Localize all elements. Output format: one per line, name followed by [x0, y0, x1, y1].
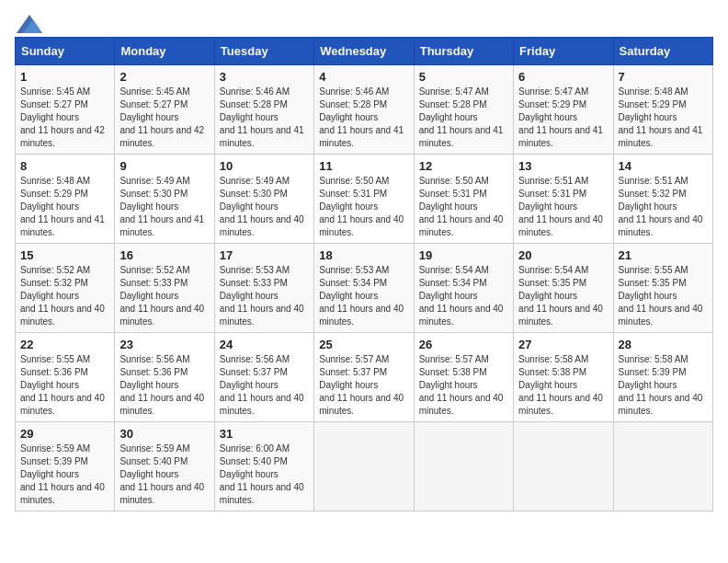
day-number: 6 — [518, 70, 608, 84]
day-content: Sunrise: 5:45 AMSunset: 5:27 PMDaylight … — [20, 86, 105, 148]
day-number: 18 — [319, 248, 408, 262]
day-number: 11 — [319, 159, 408, 173]
day-number: 26 — [419, 338, 508, 351]
calendar-cell: 8Sunrise: 5:48 AMSunset: 5:29 PMDaylight… — [16, 155, 115, 244]
calendar-cell: 29Sunrise: 5:59 AMSunset: 5:39 PMDayligh… — [16, 422, 115, 511]
calendar-week-row: 22Sunrise: 5:55 AMSunset: 5:36 PMDayligh… — [16, 333, 713, 422]
day-number: 29 — [20, 427, 109, 441]
day-number: 19 — [419, 248, 508, 262]
day-content: Sunrise: 5:53 AMSunset: 5:33 PMDaylight … — [220, 265, 304, 327]
calendar-cell: 1Sunrise: 5:45 AMSunset: 5:27 PMDaylight… — [16, 65, 115, 155]
day-content: Sunrise: 5:59 AMSunset: 5:39 PMDaylight … — [20, 443, 105, 505]
day-number: 8 — [20, 159, 109, 173]
calendar-cell: 18Sunrise: 5:53 AMSunset: 5:34 PMDayligh… — [314, 244, 414, 333]
day-number: 1 — [20, 70, 109, 84]
calendar-cell: 16Sunrise: 5:52 AMSunset: 5:33 PMDayligh… — [115, 244, 214, 333]
day-number: 21 — [619, 248, 708, 262]
day-number: 9 — [119, 159, 209, 173]
calendar-cell: 6Sunrise: 5:47 AMSunset: 5:29 PMDaylight… — [514, 65, 613, 155]
day-number: 27 — [518, 338, 608, 351]
calendar-cell — [514, 422, 613, 511]
calendar-cell: 31Sunrise: 6:00 AMSunset: 5:40 PMDayligh… — [214, 422, 313, 511]
day-content: Sunrise: 5:55 AMSunset: 5:36 PMDaylight … — [20, 354, 105, 416]
day-number: 10 — [220, 159, 309, 173]
calendar-cell: 17Sunrise: 5:53 AMSunset: 5:33 PMDayligh… — [214, 244, 313, 333]
day-number: 5 — [419, 70, 508, 84]
day-content: Sunrise: 5:59 AMSunset: 5:40 PMDaylight … — [119, 443, 204, 505]
day-number: 13 — [518, 159, 608, 173]
day-content: Sunrise: 5:54 AMSunset: 5:34 PMDaylight … — [419, 265, 504, 327]
calendar-header-row: SundayMondayTuesdayWednesdayThursdayFrid… — [16, 38, 713, 65]
day-content: Sunrise: 5:57 AMSunset: 5:38 PMDaylight … — [419, 354, 504, 416]
day-content: Sunrise: 5:53 AMSunset: 5:34 PMDaylight … — [319, 265, 404, 327]
calendar-cell: 13Sunrise: 5:51 AMSunset: 5:31 PMDayligh… — [514, 155, 613, 244]
calendar-cell: 22Sunrise: 5:55 AMSunset: 5:36 PMDayligh… — [16, 333, 115, 422]
day-number: 15 — [20, 248, 109, 262]
day-number: 2 — [119, 70, 209, 84]
day-content: Sunrise: 6:00 AMSunset: 5:40 PMDaylight … — [220, 443, 304, 505]
calendar-week-row: 1Sunrise: 5:45 AMSunset: 5:27 PMDaylight… — [16, 65, 713, 155]
day-content: Sunrise: 5:52 AMSunset: 5:33 PMDaylight … — [119, 265, 204, 327]
day-content: Sunrise: 5:47 AMSunset: 5:29 PMDaylight … — [518, 86, 603, 148]
calendar-cell: 23Sunrise: 5:56 AMSunset: 5:36 PMDayligh… — [115, 333, 214, 422]
day-content: Sunrise: 5:58 AMSunset: 5:38 PMDaylight … — [518, 354, 603, 416]
day-content: Sunrise: 5:56 AMSunset: 5:36 PMDaylight … — [119, 354, 204, 416]
calendar-cell: 28Sunrise: 5:58 AMSunset: 5:39 PMDayligh… — [613, 333, 712, 422]
calendar-cell: 26Sunrise: 5:57 AMSunset: 5:38 PMDayligh… — [414, 333, 513, 422]
calendar-week-row: 15Sunrise: 5:52 AMSunset: 5:32 PMDayligh… — [16, 244, 713, 333]
calendar-cell: 27Sunrise: 5:58 AMSunset: 5:38 PMDayligh… — [514, 333, 613, 422]
calendar-cell: 3Sunrise: 5:46 AMSunset: 5:28 PMDaylight… — [214, 65, 313, 155]
day-content: Sunrise: 5:51 AMSunset: 5:31 PMDaylight … — [518, 176, 603, 237]
day-content: Sunrise: 5:51 AMSunset: 5:32 PMDaylight … — [619, 176, 703, 237]
day-content: Sunrise: 5:50 AMSunset: 5:31 PMDaylight … — [319, 176, 404, 237]
calendar-cell: 15Sunrise: 5:52 AMSunset: 5:32 PMDayligh… — [16, 244, 115, 333]
day-number: 3 — [220, 70, 309, 84]
calendar-cell: 5Sunrise: 5:47 AMSunset: 5:28 PMDaylight… — [414, 65, 513, 155]
day-number: 17 — [220, 248, 309, 262]
day-content: Sunrise: 5:58 AMSunset: 5:39 PMDaylight … — [619, 354, 703, 416]
day-number: 22 — [20, 338, 109, 351]
day-content: Sunrise: 5:57 AMSunset: 5:37 PMDaylight … — [319, 354, 404, 416]
day-content: Sunrise: 5:55 AMSunset: 5:35 PMDaylight … — [619, 265, 703, 327]
calendar-cell: 9Sunrise: 5:49 AMSunset: 5:30 PMDaylight… — [115, 155, 214, 244]
calendar-cell: 11Sunrise: 5:50 AMSunset: 5:31 PMDayligh… — [314, 155, 414, 244]
calendar-cell: 4Sunrise: 5:46 AMSunset: 5:28 PMDaylight… — [314, 65, 414, 155]
day-content: Sunrise: 5:45 AMSunset: 5:27 PMDaylight … — [119, 86, 204, 148]
day-number: 24 — [220, 338, 309, 351]
calendar-cell — [314, 422, 414, 511]
calendar-week-row: 29Sunrise: 5:59 AMSunset: 5:39 PMDayligh… — [16, 422, 713, 511]
day-content: Sunrise: 5:46 AMSunset: 5:28 PMDaylight … — [220, 86, 304, 148]
day-content: Sunrise: 5:48 AMSunset: 5:29 PMDaylight … — [20, 176, 105, 237]
calendar-cell: 19Sunrise: 5:54 AMSunset: 5:34 PMDayligh… — [414, 244, 513, 333]
day-number: 28 — [619, 338, 708, 351]
day-content: Sunrise: 5:54 AMSunset: 5:35 PMDaylight … — [518, 265, 603, 327]
day-header-friday: Friday — [514, 38, 613, 65]
day-number: 16 — [119, 248, 209, 262]
calendar-cell: 24Sunrise: 5:56 AMSunset: 5:37 PMDayligh… — [214, 333, 313, 422]
day-header-wednesday: Wednesday — [314, 38, 414, 65]
day-content: Sunrise: 5:47 AMSunset: 5:28 PMDaylight … — [419, 86, 504, 148]
day-content: Sunrise: 5:49 AMSunset: 5:30 PMDaylight … — [220, 176, 304, 237]
day-number: 14 — [619, 159, 708, 173]
day-content: Sunrise: 5:52 AMSunset: 5:32 PMDaylight … — [20, 265, 105, 327]
day-header-tuesday: Tuesday — [214, 38, 313, 65]
calendar-cell: 14Sunrise: 5:51 AMSunset: 5:32 PMDayligh… — [613, 155, 712, 244]
calendar-cell: 7Sunrise: 5:48 AMSunset: 5:29 PMDaylight… — [613, 65, 712, 155]
calendar-cell — [414, 422, 513, 511]
day-content: Sunrise: 5:48 AMSunset: 5:29 PMDaylight … — [619, 86, 703, 148]
day-header-saturday: Saturday — [613, 38, 712, 65]
day-number: 30 — [119, 427, 209, 441]
calendar-table: SundayMondayTuesdayWednesdayThursdayFrid… — [15, 37, 713, 511]
day-header-monday: Monday — [115, 38, 214, 65]
day-number: 7 — [619, 70, 708, 84]
day-number: 4 — [319, 70, 408, 84]
calendar-cell: 20Sunrise: 5:54 AMSunset: 5:35 PMDayligh… — [514, 244, 613, 333]
day-number: 20 — [518, 248, 608, 262]
day-header-thursday: Thursday — [414, 38, 513, 65]
calendar-cell — [613, 422, 712, 511]
logo-icon — [17, 15, 42, 33]
page-header — [15, 15, 713, 29]
day-number: 12 — [419, 159, 508, 173]
day-content: Sunrise: 5:46 AMSunset: 5:28 PMDaylight … — [319, 86, 404, 148]
day-number: 25 — [319, 338, 408, 351]
